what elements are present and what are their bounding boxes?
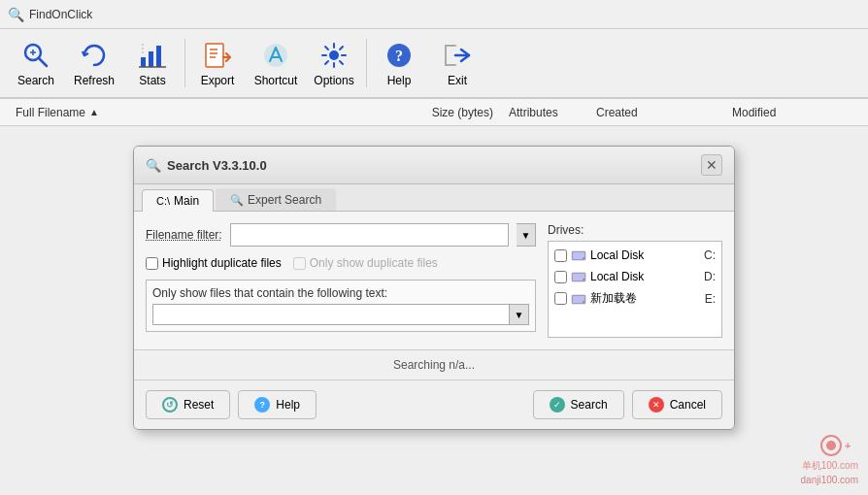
highlight-duplicates-label: Highlight duplicate files — [162, 256, 282, 270]
checkbox-row: Highlight duplicate files Only show dupl… — [146, 256, 536, 270]
sort-asc-icon: ▲ — [89, 107, 99, 117]
filename-filter-row: Filename filter: ▼ — [146, 223, 536, 247]
reset-icon: ↺ — [162, 397, 178, 412]
drive-d-checkbox[interactable] — [554, 271, 567, 283]
stats-label: Stats — [139, 74, 165, 87]
text-filter-dropdown-btn[interactable]: ▼ — [510, 304, 529, 325]
help-dialog-icon: ? — [254, 397, 270, 412]
help-label: Help — [387, 74, 412, 87]
text-filter-row: ▼ — [152, 304, 529, 325]
options-icon — [318, 40, 350, 71]
separator-1 — [184, 39, 185, 87]
drive-c-name: Local Disk — [590, 248, 700, 262]
title-bar: 🔍 FindOnClick — [0, 0, 868, 29]
dialog-tabs: C:\ Main 🔍 Expert Search — [134, 184, 734, 212]
drive-d-icon — [571, 269, 586, 284]
cancel-button[interactable]: ✕ Cancel — [632, 390, 722, 419]
drive-e-letter: E: — [705, 292, 716, 306]
column-size[interactable]: Size (bytes) — [404, 106, 501, 119]
export-label: Export — [201, 74, 235, 87]
column-modified[interactable]: Modified — [724, 106, 860, 119]
column-headers: Full Filename ▲ Size (bytes) Attributes … — [0, 99, 868, 126]
drive-item-d: Local Disk D: — [552, 267, 718, 286]
options-label: Options — [314, 74, 353, 87]
dialog-footer: ↺ Reset ? Help ✓ Search ✕ Cancel — [134, 380, 734, 429]
reset-button[interactable]: ↺ Reset — [146, 390, 230, 419]
help-button[interactable]: ? Help — [371, 34, 427, 92]
svg-point-21 — [583, 257, 584, 259]
text-filter-label: Only show files that contain the followi… — [152, 286, 529, 300]
drive-item-e: 新加载卷 E: — [552, 288, 718, 309]
drive-item-c: Local Disk C: — [552, 246, 718, 265]
svg-point-24 — [583, 279, 584, 280]
search-icon — [20, 40, 51, 71]
dialog-right: Drives: Local Disk — [548, 223, 722, 338]
search-dialog: 🔍 Search V3.3.10.0 ✕ C:\ Main 🔍 Expert S… — [133, 146, 735, 430]
dialog-title-icon: 🔍 — [146, 158, 161, 173]
tab-expert[interactable]: 🔍 Expert Search — [216, 188, 336, 211]
help-icon: ? — [384, 40, 415, 71]
highlight-duplicates-checkbox[interactable] — [146, 257, 158, 270]
only-duplicates-item: Only show duplicate files — [293, 256, 438, 270]
column-attributes[interactable]: Attributes — [501, 106, 588, 119]
only-duplicates-checkbox[interactable] — [293, 257, 306, 270]
drive-c-checkbox[interactable] — [554, 249, 567, 262]
dialog-close-button[interactable]: ✕ — [701, 154, 722, 176]
export-button[interactable]: Export — [189, 34, 246, 92]
tab-main[interactable]: C:\ Main — [142, 189, 214, 212]
refresh-label: Refresh — [74, 74, 115, 87]
refresh-icon — [79, 40, 110, 71]
dialog-left: Filename filter: ▼ Highlight duplicate f… — [146, 223, 536, 338]
shortcut-button[interactable]: Shortcut — [248, 34, 304, 92]
drive-d-name: Local Disk — [590, 270, 700, 283]
search-dialog-button[interactable]: ✓ Search — [533, 390, 624, 419]
help-dialog-button[interactable]: ? Help — [238, 390, 317, 419]
drives-list: Local Disk C: — [548, 241, 722, 338]
drives-label: Drives: — [548, 223, 722, 237]
column-created[interactable]: Created — [588, 106, 724, 119]
shortcut-label: Shortcut — [254, 74, 298, 87]
search-button[interactable]: Search — [8, 34, 64, 92]
drive-d-letter: D: — [704, 270, 716, 283]
modal-overlay: 🔍 Search V3.3.10.0 ✕ C:\ Main 🔍 Expert S… — [0, 126, 868, 495]
filename-input[interactable] — [230, 223, 509, 247]
filename-dropdown-btn[interactable]: ▼ — [517, 223, 536, 247]
drive-e-name: 新加载卷 — [590, 290, 701, 307]
filename-label: Filename filter: — [146, 228, 222, 242]
footer-left: ↺ Reset ? Help — [146, 390, 317, 419]
toolbar: Search Refresh Stats — [0, 29, 868, 99]
drive-e-icon — [571, 291, 586, 307]
refresh-button[interactable]: Refresh — [66, 34, 122, 92]
text-filter-input[interactable] — [152, 304, 510, 325]
exit-label: Exit — [448, 74, 467, 87]
highlight-duplicates-item: Highlight duplicate files — [146, 256, 282, 270]
tab-expert-icon: 🔍 — [230, 194, 244, 207]
column-filename[interactable]: Full Filename ▲ — [8, 106, 404, 119]
svg-line-1 — [39, 58, 47, 66]
dialog-title-text: 🔍 Search V3.3.10.0 — [146, 158, 267, 173]
exit-button[interactable]: Exit — [429, 34, 485, 92]
footer-right: ✓ Search ✕ Cancel — [533, 390, 722, 419]
main-content: 🔍 Search V3.3.10.0 ✕ C:\ Main 🔍 Expert S… — [0, 126, 868, 495]
drive-c-icon — [571, 248, 586, 263]
text-filter-group: Only show files that contain the followi… — [146, 280, 536, 332]
svg-point-15 — [329, 50, 339, 60]
exit-icon — [442, 40, 473, 71]
svg-rect-5 — [149, 51, 153, 67]
drive-c-letter: C: — [704, 248, 716, 262]
app-title: 🔍 FindOnClick — [8, 7, 92, 22]
svg-point-27 — [583, 301, 584, 303]
drive-e-checkbox[interactable] — [554, 292, 567, 305]
search-label: Search — [17, 74, 54, 87]
dialog-title-bar: 🔍 Search V3.3.10.0 ✕ — [134, 147, 734, 184]
export-icon — [202, 40, 233, 71]
search-dialog-icon: ✓ — [550, 397, 565, 412]
dialog-status: Searching n/a... — [134, 349, 734, 380]
stats-button[interactable]: Stats — [124, 34, 181, 92]
svg-rect-9 — [206, 44, 223, 67]
cancel-icon: ✕ — [649, 397, 664, 412]
options-button[interactable]: Options — [306, 34, 362, 92]
svg-rect-6 — [156, 46, 161, 67]
svg-rect-4 — [141, 57, 146, 67]
svg-text:?: ? — [395, 48, 403, 64]
